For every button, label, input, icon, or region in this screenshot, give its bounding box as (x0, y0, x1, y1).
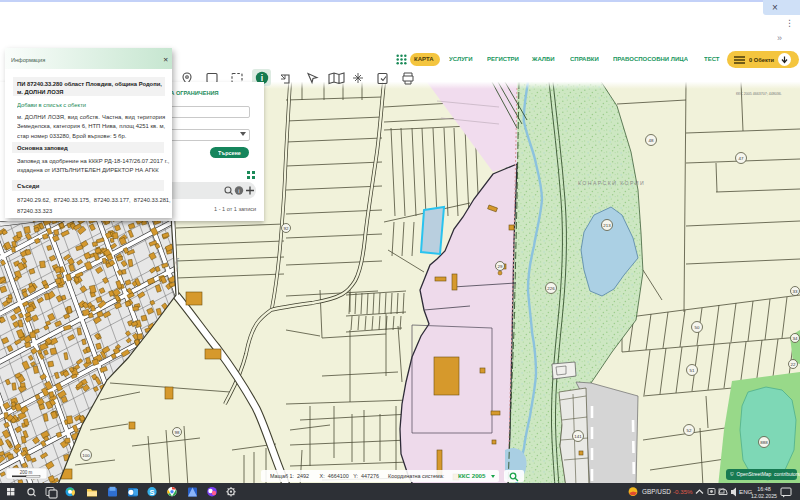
svg-text:33: 33 (793, 289, 798, 294)
svg-text:i: i (238, 188, 239, 194)
svg-text:52: 52 (687, 428, 692, 433)
svg-text:51: 51 (690, 368, 695, 373)
svg-text:Мургаш: Мургаш (175, 258, 179, 272)
svg-text:48: 48 (649, 138, 654, 143)
svg-text:16:48: 16:48 (757, 486, 771, 492)
svg-text:S: S (149, 487, 154, 496)
svg-text:22: 22 (791, 362, 796, 367)
svg-text:98: 98 (175, 430, 180, 435)
svg-text:GBP/USD: GBP/USD (642, 488, 671, 495)
svg-text:92: 92 (284, 226, 289, 231)
svg-text:200 m: 200 m (20, 470, 33, 475)
svg-text:29: 29 (498, 264, 503, 269)
svg-text:ККС 2005 4663707; 448036.: ККС 2005 4663707; 448036. (736, 92, 782, 96)
svg-text:34: 34 (793, 336, 798, 341)
svg-text:888: 888 (760, 440, 768, 445)
svg-text:КОНАРСКИ КОРИИ: КОНАРСКИ КОРИИ (578, 180, 645, 186)
svg-text:213: 213 (603, 223, 611, 228)
svg-text:50: 50 (695, 325, 700, 330)
svg-text:226: 226 (547, 286, 555, 291)
svg-text:141: 141 (574, 434, 582, 439)
svg-text:-0.35%: -0.35% (673, 488, 693, 495)
svg-text:12.02.2025: 12.02.2025 (751, 492, 777, 498)
svg-text:47: 47 (739, 156, 744, 161)
svg-text:100: 100 (82, 453, 90, 458)
